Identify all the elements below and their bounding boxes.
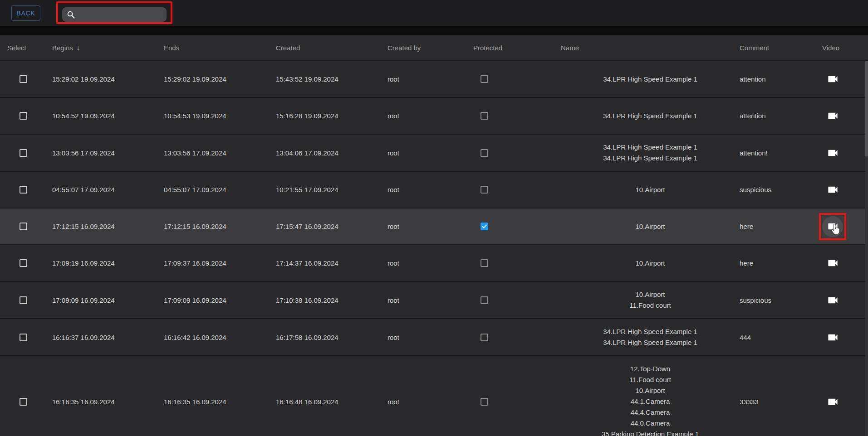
name-cell: 34.LPR High Speed Example 1 xyxy=(561,98,740,134)
table-row[interactable]: 15:29:02 19.09.2024 15:29:02 19.09.2024 … xyxy=(0,61,868,98)
ends-value: 17:09:37 16.09.2024 xyxy=(164,245,276,281)
table-row[interactable]: 17:09:09 16.09.2024 17:09:09 16.09.2024 … xyxy=(0,282,868,319)
video-button[interactable] xyxy=(822,290,843,310)
protected-checkbox[interactable] xyxy=(481,186,488,194)
comment-value: here xyxy=(740,245,822,281)
table-row[interactable]: 04:55:07 17.09.2024 04:55:07 17.09.2024 … xyxy=(0,172,868,208)
video-button[interactable] xyxy=(822,179,843,200)
table-row[interactable]: 16:16:35 16.09.2024 16:16:35 16.09.2024 … xyxy=(0,356,868,436)
created-by-value: root xyxy=(387,98,473,134)
protected-checkbox[interactable] xyxy=(481,259,488,267)
created-by-value: root xyxy=(387,172,473,208)
column-header-ends[interactable]: Ends xyxy=(164,35,276,60)
video-button[interactable] xyxy=(822,106,843,126)
name-cell: 34.LPR High Speed Example 134.LPR High S… xyxy=(561,135,740,171)
videocam-icon xyxy=(827,73,839,85)
select-checkbox[interactable] xyxy=(20,223,27,230)
camera-name: 34.LPR High Speed Example 1 xyxy=(603,111,697,121)
camera-name: 11.Food court xyxy=(629,300,671,311)
video-button[interactable] xyxy=(822,253,843,274)
select-checkbox[interactable] xyxy=(20,75,27,83)
created-by-value: root xyxy=(387,356,473,436)
name-cell: 10.Airport xyxy=(561,172,740,208)
created-by-value: root xyxy=(387,135,473,171)
video-button[interactable] xyxy=(822,216,843,237)
protected-checkbox[interactable] xyxy=(481,149,488,157)
column-header-begins-label: Begins xyxy=(52,44,73,52)
select-checkbox[interactable] xyxy=(20,334,27,341)
annotation-box-search xyxy=(56,1,172,24)
name-cell: 10.Airport xyxy=(561,208,740,244)
table-row[interactable]: 17:09:19 16.09.2024 17:09:37 16.09.2024 … xyxy=(0,245,868,282)
camera-name: 10.Airport xyxy=(635,258,665,269)
video-button[interactable] xyxy=(822,142,843,163)
created-by-value: root xyxy=(387,245,473,281)
back-button[interactable]: BACK xyxy=(11,5,40,21)
camera-name: 10.Airport xyxy=(635,385,665,396)
camera-name: 44.1.Camera xyxy=(631,396,670,407)
column-header-created[interactable]: Created xyxy=(276,35,387,60)
video-button[interactable] xyxy=(822,391,843,412)
protected-checkbox[interactable] xyxy=(481,223,488,230)
camera-name: 34.LPR High Speed Example 1 xyxy=(603,326,697,337)
select-checkbox[interactable] xyxy=(20,112,27,120)
ends-value: 17:09:09 16.09.2024 xyxy=(164,282,276,318)
created-value: 15:43:52 19.09.2024 xyxy=(276,61,387,97)
begins-value: 17:12:15 16.09.2024 xyxy=(52,208,164,244)
column-header-comment[interactable]: Comment xyxy=(740,35,822,60)
comment-value: attention xyxy=(740,98,822,134)
protected-checkbox[interactable] xyxy=(481,296,488,304)
ends-value: 17:12:15 16.09.2024 xyxy=(164,208,276,244)
camera-name: 11.Food court xyxy=(629,374,671,385)
created-value: 13:04:06 17.09.2024 xyxy=(276,135,387,171)
created-value: 16:16:48 16.09.2024 xyxy=(276,356,387,436)
search-input[interactable] xyxy=(75,7,173,22)
ends-value: 16:16:35 16.09.2024 xyxy=(164,356,276,436)
table-row[interactable]: 10:54:52 19.09.2024 10:54:53 19.09.2024 … xyxy=(0,98,868,135)
videocam-icon xyxy=(827,331,839,344)
created-value: 17:10:38 16.09.2024 xyxy=(276,282,387,318)
protected-checkbox[interactable] xyxy=(481,75,488,83)
scrollbar-thumb[interactable] xyxy=(865,61,868,156)
column-header-protected[interactable]: Protected xyxy=(473,35,561,60)
select-checkbox[interactable] xyxy=(20,296,27,304)
begins-value: 04:55:07 17.09.2024 xyxy=(52,172,164,208)
camera-name: 35.Parking Detection Example 1 xyxy=(602,429,699,436)
table-row[interactable]: 16:16:37 16.09.2024 16:16:42 16.09.2024 … xyxy=(0,319,868,356)
created-value: 16:17:58 16.09.2024 xyxy=(276,319,387,355)
column-header-select: Select xyxy=(0,35,52,60)
protected-checkbox[interactable] xyxy=(481,112,488,120)
column-header-video: Video xyxy=(822,35,868,60)
camera-name: 34.LPR High Speed Example 1 xyxy=(603,74,697,85)
begins-value: 16:16:35 16.09.2024 xyxy=(52,356,164,436)
begins-value: 17:09:19 16.09.2024 xyxy=(52,245,164,281)
protected-checkbox[interactable] xyxy=(481,334,488,341)
vertical-scrollbar[interactable] xyxy=(865,61,868,436)
select-checkbox[interactable] xyxy=(20,398,27,406)
video-button[interactable] xyxy=(822,327,843,348)
created-by-value: root xyxy=(387,282,473,318)
comment-value: 33333 xyxy=(740,356,822,436)
search-box[interactable] xyxy=(62,7,167,22)
videocam-icon xyxy=(827,396,839,408)
table-row[interactable]: 17:12:15 16.09.2024 17:12:15 16.09.2024 … xyxy=(0,208,868,245)
protected-checkbox[interactable] xyxy=(481,398,488,406)
camera-name: 34.LPR High Speed Example 1 xyxy=(603,142,697,153)
videocam-icon xyxy=(827,147,839,159)
select-checkbox[interactable] xyxy=(20,186,27,194)
select-checkbox[interactable] xyxy=(20,149,27,157)
videocam-icon xyxy=(827,110,839,122)
video-button[interactable] xyxy=(822,69,843,90)
comment-value: attention! xyxy=(740,135,822,171)
top-toolbar: BACK xyxy=(0,0,868,26)
created-value: 17:14:37 16.09.2024 xyxy=(276,245,387,281)
column-header-begins[interactable]: Begins ↓ xyxy=(52,35,164,60)
column-header-created-by[interactable]: Created by xyxy=(387,35,473,60)
comment-value: here xyxy=(740,208,822,244)
mouse-cursor-icon xyxy=(830,223,840,236)
camera-name: 10.Airport xyxy=(635,289,665,300)
select-checkbox[interactable] xyxy=(20,259,27,267)
camera-name: 44.0.Camera xyxy=(631,418,670,429)
table-row[interactable]: 13:03:56 17.09.2024 13:03:56 17.09.2024 … xyxy=(0,135,868,172)
column-header-name[interactable]: Name xyxy=(561,35,740,60)
